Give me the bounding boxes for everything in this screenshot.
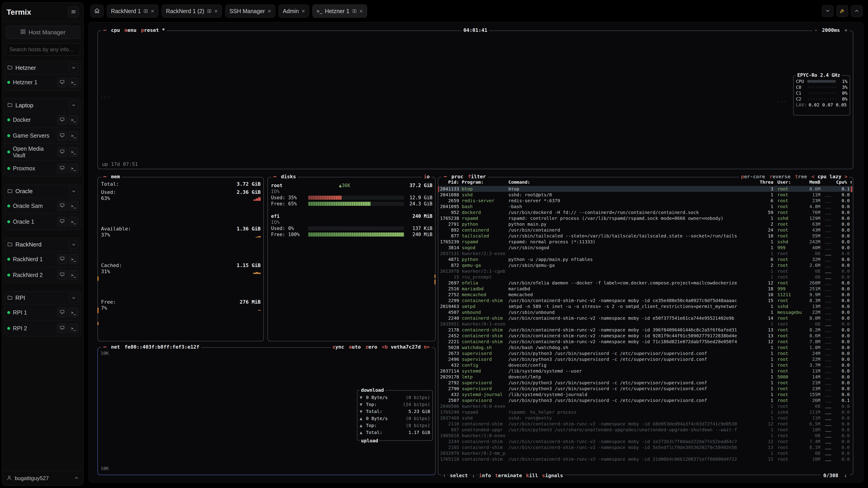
- process-row[interactable]: 2035951 kworker/0:1-even 1 root 0B ▁▁▁ 0…: [438, 321, 853, 327]
- process-row[interactable]: 892 containerd /usr/bin/containerd 24 ro…: [438, 227, 853, 233]
- proc-toggle-reverse[interactable]: reverse: [770, 174, 790, 180]
- process-row[interactable]: 1765240 rspamd rspamd: hs_helper process…: [438, 409, 853, 415]
- host-item-docker[interactable]: Docker >_: [4, 112, 81, 128]
- tab-ssh-manager[interactable]: SSH Manager ×: [225, 4, 275, 18]
- connect-host-button[interactable]: [57, 324, 67, 333]
- tab-admin[interactable]: Admin ×: [278, 4, 309, 18]
- process-row[interactable]: 2792 supervisord /usr/bin/python3 /usr/b…: [438, 380, 853, 386]
- chevron-down-icon[interactable]: [69, 101, 78, 110]
- filter-button[interactable]: filter: [468, 174, 486, 180]
- process-row[interactable]: 2516 mariadbd mariadbd 18 999 251M ▁▁▁ 0…: [438, 286, 853, 292]
- process-table-header[interactable]: Pid:Program:Command:Threads:User:MemBCpu…: [438, 179, 853, 185]
- connect-host-button[interactable]: [57, 308, 67, 317]
- process-row[interactable]: 2790 supervisord /usr/bin/python3 /usr/b…: [438, 386, 853, 392]
- host-item-oracle-1[interactable]: Oracle 1 >_: [4, 214, 81, 230]
- chevron-down-button[interactable]: [822, 5, 834, 17]
- host-item-game-servers[interactable]: Game Servers >_: [4, 128, 81, 143]
- interval-decrease-button[interactable]: -: [814, 27, 817, 33]
- terminal-button[interactable]: >_: [69, 308, 78, 317]
- process-row[interactable]: 2013978 kworker/2:1-cgwb 1 root 0B ▁▁▁ 0…: [438, 268, 853, 274]
- proc-toggle-per-core[interactable]: per-core: [741, 174, 765, 180]
- process-row[interactable]: 2041133 btop btop 3 root 8.6M ▁▁▁ 0.1: [438, 186, 853, 192]
- process-row[interactable]: 877 tailscaled /usr/sbin/tailscaled --st…: [438, 233, 853, 239]
- host-item-racknerd-1[interactable]: RackNerd 1 >_: [4, 251, 81, 267]
- process-row[interactable]: 2244 containerd-shim /usr/bin/containerd…: [438, 438, 853, 445]
- sidebar-toggle-button[interactable]: [68, 6, 79, 18]
- connect-host-button[interactable]: [57, 115, 67, 125]
- split-icon[interactable]: [144, 9, 148, 13]
- process-row[interactable]: 2040506 kworker/0:0-even 1 root 0B ▁▁▁ 0…: [438, 403, 853, 409]
- admin-tools-button[interactable]: [836, 5, 848, 17]
- process-row[interactable]: 2221 containerd-shim /usr/bin/containerd…: [438, 339, 853, 345]
- select-action[interactable]: select: [448, 473, 469, 478]
- process-row[interactable]: 2673 supervisord /usr/bin/python3 /usr/b…: [438, 350, 853, 356]
- proc-action-signals[interactable]: signals: [541, 473, 564, 478]
- interface-selector[interactable]: <b vetha7c27d n>: [382, 344, 430, 350]
- process-row[interactable]: 2659 redis-server redis-server *:6379 6 …: [438, 198, 853, 203]
- host-item-hetzner-1[interactable]: Hetzner 1 >_: [4, 74, 81, 90]
- tab-racknerd-1-2[interactable]: RackNerd 1 (2) ×: [162, 4, 222, 18]
- proc-toggle-tree[interactable]: tree: [795, 174, 807, 180]
- host-item-open-media-vault[interactable]: Open Media Vault >_: [4, 143, 81, 160]
- proc-action-kill[interactable]: kill: [525, 473, 539, 478]
- process-row[interactable]: 432 systemd-journal /lib/systemd/systemd…: [438, 392, 853, 397]
- process-row[interactable]: 5028 watchdog.sh /bin/bash /watchdog.sh …: [438, 345, 853, 350]
- host-item-rpi-1[interactable]: RPI 1 >_: [4, 304, 81, 320]
- process-row[interactable]: 15 rcu_preempt 1 root 0B ▁▁▁ 0.0: [438, 274, 853, 280]
- process-row[interactable]: 2299 containerd-shim /usr/bin/containerd…: [438, 297, 853, 303]
- process-row[interactable]: 1765118 containerd-shim /usr/bin/contain…: [438, 456, 853, 462]
- tab-close-icon[interactable]: ×: [268, 8, 271, 14]
- process-row[interactable]: 2165 containerd-shim /usr/bin/containerd…: [438, 445, 853, 450]
- terminal-button[interactable]: >_: [69, 254, 78, 264]
- terminal-button[interactable]: >_: [69, 131, 78, 140]
- process-row[interactable]: 872 qemu-ga /usr/sbin/qemu-ga 2 root 2.6…: [438, 262, 853, 268]
- process-row[interactable]: 2697 ofelia /usr/bin/ofelia daemon --doc…: [438, 280, 853, 286]
- process-row[interactable]: 1965018 kworker/1:0-even 1 root 0B ▁▁▁ 0…: [438, 433, 853, 438]
- tab-close-icon[interactable]: ×: [360, 8, 363, 14]
- search-input[interactable]: [6, 43, 80, 56]
- group-header-laptop[interactable]: Laptop: [4, 99, 81, 112]
- host-item-racknerd-2[interactable]: RackNerd 2 >_: [4, 267, 81, 283]
- process-row[interactable]: 4871 python python -u /app/main.py nftab…: [438, 256, 853, 262]
- tab-close-icon[interactable]: ×: [151, 8, 154, 14]
- connect-host-button[interactable]: [57, 131, 67, 140]
- process-row[interactable]: 1765238 rspamd rspamd: controller proces…: [438, 215, 853, 221]
- connect-host-button[interactable]: [57, 147, 67, 157]
- tab-racknerd-1[interactable]: RackNerd 1 ×: [107, 4, 158, 18]
- process-row[interactable]: 2507 supervisord /usr/bin/python3 /usr/b…: [438, 397, 853, 403]
- net-toggle-zero[interactable]: zero: [365, 344, 377, 350]
- split-icon[interactable]: [207, 9, 212, 13]
- process-row[interactable]: 2791 python python main.py 2 root 63M ▁▁…: [438, 221, 853, 227]
- terminal-view[interactable]: cpu menu preset * 04:01:41 - 2000ms + ··…: [89, 22, 864, 483]
- host-item-rpi-2[interactable]: RPI 2 >_: [4, 320, 81, 336]
- connect-host-button[interactable]: [57, 254, 67, 264]
- process-row[interactable]: 2037131 kworker/2:2-even 1 root 0B ▁▁▁ 0…: [438, 251, 853, 256]
- menu-button[interactable]: menu: [125, 27, 136, 33]
- process-row[interactable]: 1765239 rspamd rspamd: normal process (*…: [438, 239, 853, 245]
- proc-action-info[interactable]: info: [477, 473, 492, 478]
- process-row[interactable]: 2041095 bash -bash 1 root 4.8M ▁▁▁ 0.0: [438, 203, 853, 209]
- process-row[interactable]: 952 dockerd /usr/bin/dockerd -H fd:// --…: [438, 209, 853, 215]
- proc-scrollbar[interactable]: [851, 186, 852, 192]
- terminal-button[interactable]: >_: [69, 324, 78, 333]
- sort-selector[interactable]: < cpu lazy >: [811, 174, 847, 180]
- terminal-button[interactable]: >_: [69, 147, 78, 157]
- tab-close-icon[interactable]: ×: [214, 8, 218, 14]
- process-row[interactable]: 2032979 kworker/0:2-mm_p 1 root 0B ▁▁▁ 0…: [438, 450, 853, 456]
- net-toggle-auto[interactable]: auto: [349, 344, 361, 350]
- group-header-rpi[interactable]: RPI: [4, 291, 81, 304]
- group-header-hetzner[interactable]: Hetzner: [4, 61, 81, 74]
- group-header-racknerd[interactable]: RackNerd: [4, 238, 81, 251]
- terminal-button[interactable]: >_: [69, 201, 78, 210]
- chevron-down-icon[interactable]: [69, 293, 78, 302]
- user-menu[interactable]: bugattiguy527: [2, 470, 84, 486]
- group-header-oracle[interactable]: Oracle: [4, 185, 81, 198]
- process-row[interactable]: 4507 unbound /usr/sbin/unbound 1 message…: [438, 309, 853, 315]
- connect-host-button[interactable]: [57, 164, 67, 173]
- process-row[interactable]: 3814 sogod /usr/sbin/sogod 1 999 40M ▁▁▁…: [438, 245, 853, 251]
- process-row[interactable]: 2037114 systemd /lib/systemd/systemd --u…: [438, 368, 853, 374]
- terminal-button[interactable]: >_: [69, 78, 78, 87]
- chevron-down-icon[interactable]: [69, 63, 78, 72]
- split-icon[interactable]: [352, 9, 357, 13]
- process-row[interactable]: 2041088 sshd sshd: root@pts/0 1 root 11M…: [438, 192, 853, 198]
